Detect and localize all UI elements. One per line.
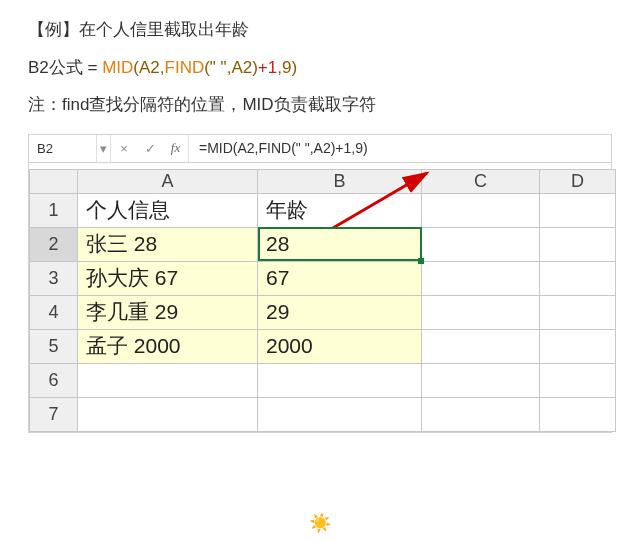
cell-A3[interactable]: 孙大庆 67 — [78, 261, 258, 295]
cancel-icon[interactable]: × — [111, 135, 137, 162]
formula-bar: B2 ▾ × ✓ fx =MID(A2,FIND(" ",A2)+1,9) — [29, 135, 611, 163]
cell-B5[interactable]: 2000 — [258, 329, 422, 363]
name-box[interactable]: B2 — [29, 135, 97, 162]
cell-B7[interactable] — [258, 397, 422, 431]
row-head-5[interactable]: 5 — [30, 329, 78, 363]
cell-D1[interactable] — [540, 193, 616, 227]
cell-B2[interactable]: 28 — [258, 227, 422, 261]
row-head-3[interactable]: 3 — [30, 261, 78, 295]
col-head-C[interactable]: C — [422, 169, 540, 193]
row-head-6[interactable]: 6 — [30, 363, 78, 397]
cell-B3[interactable]: 67 — [258, 261, 422, 295]
cell-C4[interactable] — [422, 295, 540, 329]
col-head-B[interactable]: B — [258, 169, 422, 193]
cell-B4[interactable]: 29 — [258, 295, 422, 329]
col-head-A[interactable]: A — [78, 169, 258, 193]
select-all-corner[interactable] — [30, 169, 78, 193]
cell-C5[interactable] — [422, 329, 540, 363]
cell-A1[interactable]: 个人信息 — [78, 193, 258, 227]
cell-A7[interactable] — [78, 397, 258, 431]
cell-D3[interactable] — [540, 261, 616, 295]
row-head-7[interactable]: 7 — [30, 397, 78, 431]
cell-A4[interactable]: 李几重 29 — [78, 295, 258, 329]
formula-input[interactable]: =MID(A2,FIND(" ",A2)+1,9) — [189, 135, 611, 162]
note-text: 注：find查找分隔符的位置，MID负责截取字符 — [28, 93, 612, 116]
example-title: 【例】在个人信里截取出年龄 — [28, 18, 612, 42]
sun-icon: ☀️ — [309, 512, 331, 534]
cell-C6[interactable] — [422, 363, 540, 397]
cell-B1[interactable]: 年龄 — [258, 193, 422, 227]
row-head-4[interactable]: 4 — [30, 295, 78, 329]
cell-A5[interactable]: 孟子 2000 — [78, 329, 258, 363]
enter-icon[interactable]: ✓ — [137, 135, 163, 162]
cell-D7[interactable] — [540, 397, 616, 431]
spreadsheet-grid[interactable]: A B C D 1 个人信息 年龄 2 张三 28 28 3 孙大庆 — [29, 169, 616, 432]
fx-icon[interactable]: fx — [163, 135, 189, 162]
cell-D6[interactable] — [540, 363, 616, 397]
cell-D4[interactable] — [540, 295, 616, 329]
row-head-1[interactable]: 1 — [30, 193, 78, 227]
cell-C7[interactable] — [422, 397, 540, 431]
row-head-2[interactable]: 2 — [30, 227, 78, 261]
namebox-dropdown-icon[interactable]: ▾ — [97, 135, 111, 162]
cell-C3[interactable] — [422, 261, 540, 295]
col-head-D[interactable]: D — [540, 169, 616, 193]
excel-window: B2 ▾ × ✓ fx =MID(A2,FIND(" ",A2)+1,9) — [28, 134, 612, 433]
cell-B6[interactable] — [258, 363, 422, 397]
cell-A6[interactable] — [78, 363, 258, 397]
cell-A2[interactable]: 张三 28 — [78, 227, 258, 261]
formula-explain: B2公式 = MID(A2,FIND(" ",A2)+1,9) — [28, 56, 612, 79]
cell-D5[interactable] — [540, 329, 616, 363]
cell-C2[interactable] — [422, 227, 540, 261]
cell-C1[interactable] — [422, 193, 540, 227]
cell-D2[interactable] — [540, 227, 616, 261]
